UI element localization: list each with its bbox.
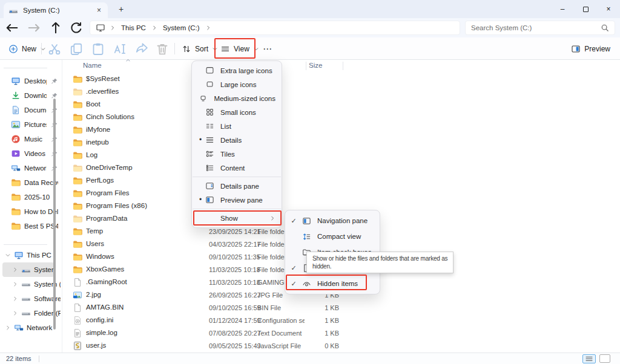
view-menu-item-details[interactable]: •Details (192, 133, 282, 147)
sort-button[interactable]: Sort (178, 41, 222, 56)
view-menu-item-small-icons[interactable]: Small icons (192, 105, 282, 119)
tree-item-network[interactable]: Network (0, 320, 61, 335)
folder-icon (11, 192, 21, 202)
refresh-button[interactable] (69, 21, 84, 35)
view-menu-item-preview-pane[interactable]: •Preview pane (192, 193, 282, 207)
sidebar-item-document[interactable]: Document (0, 103, 61, 117)
file-date-modified: 09/10/2025 11:35 (209, 253, 260, 261)
navigation-pane-icon (302, 216, 311, 226)
file-row[interactable]: AMTAG.BIN09/10/2025 16:59BIN File1 KB (63, 302, 348, 314)
file-date-modified: 09/05/2025 15:49 (209, 342, 261, 349)
sidebar-item-download[interactable]: Download (0, 88, 61, 103)
sidebar-item-music[interactable]: Music (0, 132, 61, 146)
see-more-button[interactable]: ⋯ (259, 41, 276, 56)
chevron-right-icon (12, 310, 18, 316)
text-file-icon (73, 328, 82, 338)
paste-button[interactable] (91, 42, 105, 56)
sidebar-item-network[interactable]: Network (0, 161, 61, 175)
up-button[interactable] (48, 21, 63, 35)
preview-button-label: Preview (584, 45, 610, 53)
sidebar-scrollbar[interactable] (53, 99, 56, 330)
cut-button[interactable] (47, 42, 62, 56)
view-menu-item-list[interactable]: List (192, 119, 282, 133)
file-name: Boot (86, 100, 101, 108)
search-icon[interactable] (601, 24, 609, 32)
view-dropdown-menu: Extra large iconsLarge iconsMedium-sized… (191, 60, 282, 228)
new-button[interactable]: New (5, 41, 50, 56)
menu-item-label: Tiles (220, 151, 235, 158)
file-name: inetpub (86, 138, 109, 146)
menu-item-label: Small icons (220, 109, 256, 116)
tree-item-software-e[interactable]: Software (E: (0, 291, 61, 306)
sidebar-item-data-recover[interactable]: Data Recover (0, 175, 61, 190)
list-view-icon (205, 122, 214, 131)
view-menu-item-show[interactable]: Show (192, 211, 282, 225)
rename-button[interactable] (113, 42, 127, 56)
sidebar-item-best-5-ps4-da[interactable]: Best 5 PS4 Da (0, 219, 61, 233)
sidebar-item-videos[interactable]: Videos (0, 146, 61, 161)
view-menu-item-medium-sized-icons[interactable]: Medium-sized icons (192, 91, 282, 105)
chevron-right-icon (12, 267, 18, 273)
file-row[interactable]: config.ini01/12/2024 17:59Configuration … (63, 314, 348, 327)
search-box[interactable] (465, 21, 615, 35)
column-header-size[interactable]: Size (309, 62, 322, 69)
new-plus-icon (8, 44, 18, 54)
folder-icon (73, 239, 82, 249)
sidebar-item-pictures[interactable]: Pictures (0, 117, 61, 132)
navigation-bar: This PC System (C:) (0, 18, 620, 37)
tree-item-system-d[interactable]: System (D:) (0, 277, 61, 291)
details-view-toggle[interactable] (582, 354, 596, 363)
view-menu-item-large-icons[interactable]: Large icons (192, 77, 282, 91)
large-icons-view-toggle[interactable] (599, 354, 610, 363)
tooltip-line: Show or hide the files and folders that … (312, 255, 447, 262)
show-submenu-item-navigation-pane[interactable]: ✓Navigation pane (285, 213, 380, 229)
view-menu-item-tiles[interactable]: Tiles (192, 147, 282, 161)
forward-button[interactable] (27, 21, 41, 35)
copy-button[interactable] (69, 42, 84, 56)
tree-item-label: System (D:) (34, 281, 61, 288)
maximize-button[interactable] (574, 0, 597, 18)
tab-close-icon[interactable]: × (95, 6, 103, 15)
tree-item-system-c[interactable]: System (C:) (2, 262, 54, 277)
show-submenu-item-hidden-items[interactable]: ✓Hidden items (285, 276, 380, 291)
back-button[interactable] (5, 21, 19, 35)
chevron-right-icon (110, 25, 116, 31)
close-button[interactable]: × (597, 0, 620, 18)
new-tab-button[interactable]: + (115, 3, 127, 15)
column-header-name[interactable]: Name (83, 62, 102, 69)
content-view-icon (205, 163, 214, 172)
tree-item-folder-f[interactable]: Folder (F:) (0, 306, 61, 320)
file-row[interactable]: simple.log07/08/2025 20:27Text Document1… (63, 327, 348, 340)
file-size: 0 KB (303, 342, 339, 349)
share-button[interactable] (134, 42, 149, 56)
chevron-right-icon (12, 296, 18, 302)
show-submenu-item-compact-view[interactable]: Compact view (285, 229, 380, 244)
sidebar-item-how-to-delet[interactable]: How to Delet (0, 204, 61, 219)
minimize-button[interactable]: – (551, 0, 574, 18)
view-menu-item-extra-large-icons[interactable]: Extra large icons (192, 63, 282, 77)
file-name: Users (86, 240, 104, 247)
preview-toggle-button[interactable]: Preview (567, 41, 614, 56)
tree-item-this-pc[interactable]: This PC (0, 248, 61, 262)
file-name: config.ini (86, 316, 113, 323)
file-date-modified: 11/03/2025 10:18 (209, 266, 260, 273)
file-size: 1 KB (303, 304, 339, 311)
breadcrumb-system-c[interactable]: System (C:) (162, 24, 201, 32)
sidebar-item-desktop[interactable]: Desktop (0, 74, 61, 88)
search-input[interactable] (471, 24, 597, 31)
delete-button[interactable] (155, 42, 170, 56)
menu-item-label: Navigation pane (317, 217, 368, 224)
drive-icon (21, 294, 31, 304)
view-button[interactable]: View (217, 41, 263, 56)
explorer-tab[interactable]: System (C:) × (4, 2, 108, 18)
checkmark-icon: ✓ (289, 217, 298, 225)
view-menu-item-details-pane[interactable]: Details pane (192, 179, 282, 193)
folder-icon (73, 176, 82, 186)
file-type: BIN File (257, 304, 305, 311)
view-menu-item-content[interactable]: Content (192, 161, 282, 175)
file-row[interactable]: user.js09/05/2025 15:49JavaScript File0 … (63, 340, 348, 353)
address-bar[interactable]: This PC System (C:) (90, 21, 460, 35)
breadcrumb-this-pc[interactable]: This PC (120, 24, 147, 32)
this-pc-icon (14, 250, 24, 260)
sidebar-item-2025-10[interactable]: 2025-10 (0, 190, 61, 204)
